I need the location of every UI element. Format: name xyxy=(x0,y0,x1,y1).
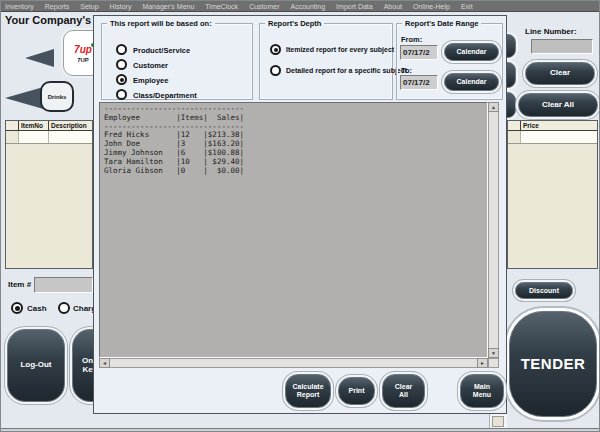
from-label: From: xyxy=(401,35,422,44)
radio-employee[interactable] xyxy=(116,74,127,85)
menu-item[interactable]: Accounting xyxy=(290,3,325,10)
to-calendar-button[interactable]: Calendar xyxy=(444,73,499,91)
scroll-up-icon[interactable]: ▲ xyxy=(488,102,499,112)
radio-label: Class/Department xyxy=(133,91,197,100)
menu-bar: InventoryReportsSetupHistoryManager's Me… xyxy=(1,1,600,12)
scroll-down-icon[interactable]: ▼ xyxy=(488,348,499,358)
calculate-report-button[interactable]: Calculate Report xyxy=(285,374,331,408)
menu-item[interactable]: Setup xyxy=(80,3,98,10)
print-button[interactable]: Print xyxy=(338,377,375,405)
cash-radio[interactable] xyxy=(11,302,23,314)
discount-button[interactable]: Discount xyxy=(515,282,573,299)
tender-button[interactable]: TENDER xyxy=(509,311,597,417)
dialog-clear-all-button[interactable]: Clear All xyxy=(382,374,425,408)
report-hscrollbar[interactable]: ◄ ► xyxy=(99,358,488,368)
to-date-input[interactable]: 07/17/2 xyxy=(400,75,438,90)
col-itemno: ItemNo xyxy=(19,121,49,130)
main-menu-button[interactable]: Main Menu xyxy=(460,374,504,408)
menu-item[interactable]: Import Data xyxy=(336,3,373,10)
radio-label: Customer xyxy=(133,61,168,70)
item-number-label: Item # xyxy=(8,280,31,289)
clear-button[interactable]: Clear xyxy=(525,62,595,85)
scroll-left-products-icon[interactable] xyxy=(25,49,54,67)
report-vscrollbar[interactable]: ▲ ▼ xyxy=(488,102,499,358)
menu-item[interactable]: TimeClock xyxy=(205,3,238,10)
7up-logo-icon: 7up xyxy=(74,44,92,55)
radio-label: Employee xyxy=(133,76,168,85)
menu-item[interactable]: Manager's Menu xyxy=(142,3,194,10)
line-number-input[interactable] xyxy=(531,39,593,54)
report-output-area: ------------------------------- Employee… xyxy=(99,102,488,358)
from-date-input[interactable]: 07/17/2 xyxy=(400,45,438,60)
group-date-range: Report's Date Range From: 07/17/2 Calend… xyxy=(396,23,503,100)
category-button-drinks[interactable]: Drinks xyxy=(40,81,74,112)
logout-button[interactable]: Log-Out xyxy=(7,329,65,402)
radio-label: Product/Service xyxy=(133,46,190,55)
group-report-depth: Report's Depth Itemized report for every… xyxy=(259,23,393,100)
menu-item[interactable]: Exit xyxy=(461,3,473,10)
menu-item[interactable]: Reports xyxy=(45,3,70,10)
cash-radio-label: Cash xyxy=(27,304,47,313)
item-number-input[interactable] xyxy=(34,277,93,293)
report-output: ------------------------------- Employee… xyxy=(104,105,244,175)
group-title: Report's Depth xyxy=(265,19,324,28)
category-button-label: Drinks xyxy=(48,94,67,100)
radio-customer[interactable] xyxy=(116,59,127,70)
radio-class-department[interactable] xyxy=(116,89,127,100)
radio-product-service[interactable] xyxy=(116,44,127,55)
menu-item[interactable]: Inventory xyxy=(5,3,34,10)
report-dialog: This report will be based on: Product/Se… xyxy=(93,15,507,414)
sale-items-table-right: Price xyxy=(507,120,598,269)
from-calendar-button[interactable]: Calendar xyxy=(444,43,499,61)
col-description: Description xyxy=(49,121,92,130)
sale-table-empty-row[interactable] xyxy=(6,131,92,144)
menu-item[interactable]: About xyxy=(384,3,402,10)
grid-scroll-corner-icon[interactable] xyxy=(492,416,504,427)
line-number-label: Line Number: xyxy=(525,27,577,36)
col-price: Price xyxy=(521,121,597,130)
group-report-based-on: This report will be based on: Product/Se… xyxy=(101,23,253,100)
radio-itemized[interactable] xyxy=(270,44,281,55)
scroll-left-icon[interactable]: ◄ xyxy=(99,358,110,368)
product-button-label: 7UP xyxy=(77,57,89,63)
menu-item[interactable]: Customer xyxy=(249,3,279,10)
radio-label: Itemized report for every subject xyxy=(286,46,394,53)
clear-all-button[interactable]: Clear All xyxy=(518,93,598,117)
group-title: This report will be based on: xyxy=(107,19,215,28)
group-title: Report's Date Range xyxy=(402,19,481,28)
sale-table-empty-row[interactable] xyxy=(508,131,597,144)
radio-label: Detailed report for a specific subject xyxy=(286,67,407,74)
pos-window: InventoryReportsSetupHistoryManager's Me… xyxy=(0,0,600,432)
sale-table-header: ItemNo Description xyxy=(6,121,92,131)
to-label: To: xyxy=(401,66,412,75)
charge-radio[interactable] xyxy=(58,302,70,314)
scrollbar-corner xyxy=(488,358,499,368)
radio-detailed[interactable] xyxy=(270,65,281,76)
menu-item[interactable]: Online-Help xyxy=(413,3,450,10)
scroll-right-icon[interactable]: ► xyxy=(477,358,488,368)
window-bottom-edge xyxy=(1,428,600,432)
menu-item[interactable]: History xyxy=(110,3,132,10)
sale-items-table-left: ItemNo Description xyxy=(5,120,93,269)
